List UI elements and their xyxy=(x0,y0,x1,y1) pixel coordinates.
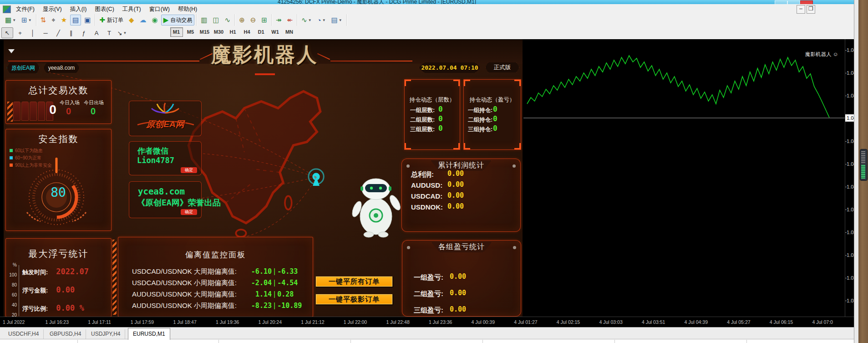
drawdown-row: 浮亏金额:0.00 xyxy=(22,285,75,295)
bar-chart-icon[interactable]: ▥ xyxy=(198,15,209,26)
groups-row: 三组盈亏:0.00 xyxy=(414,306,443,315)
web-community-icon[interactable]: ◉ xyxy=(150,15,160,26)
time-label: 1 Jul 17:11 xyxy=(88,319,111,325)
zoom-in-icon[interactable]: ⊕ xyxy=(237,15,247,26)
time-label: 4 Jul 06:15 xyxy=(770,319,793,325)
time-label: 4 Jul 03:03 xyxy=(599,319,622,325)
time-label: 4 Jul 00:39 xyxy=(472,319,495,325)
new-order-icon[interactable]: ✚新订单 xyxy=(97,15,126,26)
robot-mascot xyxy=(348,176,404,238)
menu-item-W[interactable]: 窗口(W) xyxy=(145,4,174,15)
price-label: 1.04 xyxy=(847,70,854,76)
indicators-icon[interactable]: ∿▼ xyxy=(299,15,314,26)
menu-bar: 文件(F)显示(V)插入(I)图表(C)工具(T)窗口(W)帮助(H) – ❐ xyxy=(0,4,858,15)
line-chart-icon[interactable]: ∿ xyxy=(223,15,233,26)
crosshair-tool-tool-icon[interactable]: + xyxy=(14,27,26,38)
price-label: 1.04 xyxy=(847,93,854,98)
timeframe-MN[interactable]: MN xyxy=(283,27,296,37)
ea-dashboard: 魔影机器人 原创EA网 yeea8.com 2022.07.04 07:10 正… xyxy=(4,40,523,317)
market-watch-icon[interactable]: ▤ xyxy=(70,15,81,26)
auto-scroll-icon[interactable]: ↠ xyxy=(274,15,284,26)
trendline-tool-icon[interactable]: ╱ xyxy=(52,27,64,38)
today-in-value: 0 xyxy=(66,106,71,117)
timeframe-D1[interactable]: D1 xyxy=(255,27,268,37)
close-window-icon[interactable] xyxy=(800,0,813,4)
symbols-icon[interactable]: ⇅ xyxy=(38,15,49,26)
timeframe-M30[interactable]: M30 xyxy=(213,27,225,37)
time-label: 4 Jul 03:51 xyxy=(642,319,665,325)
templates-icon[interactable]: ▤▼ xyxy=(329,15,345,26)
publisher-box: ycea8.com 《原创EA网》荣誉出品 确定 xyxy=(129,181,202,218)
price-label: 1.03 xyxy=(847,298,854,303)
equidistant-channel-tool-icon[interactable]: ∥ xyxy=(65,27,77,38)
price-series xyxy=(527,56,829,118)
maximize-window-icon[interactable] xyxy=(787,0,800,4)
chart-tab-USDJPY-H4[interactable]: USDJPY,H4 xyxy=(86,329,125,339)
price-label: 1.04 xyxy=(847,47,854,53)
menu-item-F[interactable]: 文件(F) xyxy=(12,4,39,15)
favorites-icon[interactable]: ★ xyxy=(59,15,69,26)
arrows-tool-icon[interactable]: ↘▼ xyxy=(116,27,128,38)
close-all-orders-button[interactable]: 一键平所有订单 xyxy=(315,276,393,287)
side-slider[interactable] xyxy=(860,149,868,181)
profiles-icon[interactable]: ⊞▼ xyxy=(19,15,34,26)
periods-icon[interactable]: ◔▼ xyxy=(315,15,328,26)
crosshair-target-icon[interactable]: ⌖ xyxy=(49,15,57,26)
time-label: 4 Jul 07:0 xyxy=(812,319,833,325)
time-label: 4 Jul 02:15 xyxy=(557,319,580,325)
chart-minimize-button[interactable]: – xyxy=(797,5,805,14)
cursor-tool-icon[interactable]: ↖ xyxy=(1,27,13,38)
time-label: 1 Jul 17:59 xyxy=(131,319,154,325)
menu-item-C[interactable]: 图表(C) xyxy=(91,4,118,15)
timeframe-W1[interactable]: W1 xyxy=(269,27,282,37)
profit-row: AUDUSD:0.00 xyxy=(411,181,442,189)
timeframe-M5[interactable]: M5 xyxy=(184,27,197,37)
menu-item-V[interactable]: 显示(V) xyxy=(39,4,66,15)
menu-item-T[interactable]: 工具(T) xyxy=(118,4,145,15)
panel-safety-index: 安全指数 60以下为隐患60~90为正常90以上为非常安全 80 xyxy=(5,129,112,231)
safety-legend-item: 60以下为隐患 xyxy=(10,148,43,154)
trade-bar xyxy=(38,102,45,121)
price-label: 1.03 xyxy=(847,230,854,235)
chart-shift-icon[interactable]: ↞ xyxy=(285,15,295,26)
panel-deco-stripes-2 xyxy=(112,240,117,315)
chart-tab-USDCHF-H4[interactable]: USDCHF,H4 xyxy=(4,329,44,339)
price-label: 1.04 xyxy=(847,138,854,144)
zoom-out-icon[interactable]: ⊖ xyxy=(248,15,259,26)
menu-items: 文件(F)显示(V)插入(I)图表(C)工具(T)窗口(W)帮助(H) xyxy=(12,4,201,15)
time-label: 4 Jul 01:27 xyxy=(514,319,537,325)
author-confirm-button[interactable]: 确定 xyxy=(181,167,197,173)
time-label: 1 Jul 20:24 xyxy=(259,319,282,325)
data-window-icon[interactable]: ▣ xyxy=(82,15,93,26)
text-label-tool-icon[interactable]: T xyxy=(103,27,115,38)
candlesticks-icon[interactable]: ◫ xyxy=(210,15,221,26)
mt4-window: 41254256: DCFX Prime-Demo - 魔影机器人 - DCG … xyxy=(0,0,868,343)
strategy-tester-icon[interactable]: ☁ xyxy=(137,15,149,26)
timeframe-H1[interactable]: H1 xyxy=(227,27,239,37)
tile-windows-icon[interactable]: ⊞ xyxy=(259,15,269,26)
vertical-line-tool-icon[interactable]: │ xyxy=(27,27,39,38)
chart-tab-GBPUSD-H4[interactable]: GBPUSD,H4 xyxy=(45,329,86,339)
timeframe-H4[interactable]: H4 xyxy=(241,27,254,37)
new-chart-icon[interactable]: ▦▼ xyxy=(3,15,18,26)
menu-item-H[interactable]: 帮助(H) xyxy=(174,4,201,15)
logo-text: 原创EA网 xyxy=(129,118,201,130)
timeframe-M15[interactable]: M15 xyxy=(198,27,211,37)
horizontal-line-tool-icon[interactable]: ─ xyxy=(40,27,51,38)
time-axis: 1 Jul 20221 Jul 16:231 Jul 17:111 Jul 17… xyxy=(0,317,854,328)
profit-row: USDCAD:0.00 xyxy=(411,192,442,200)
menu-item-I[interactable]: 插入(I) xyxy=(66,4,91,15)
publisher-confirm-button[interactable]: 确定 xyxy=(181,209,197,215)
chart-tab-EURUSD-M1[interactable]: EURUSD,M1 xyxy=(128,328,170,340)
new-order-label: 新订单 xyxy=(107,16,123,24)
text-tool-icon[interactable]: A xyxy=(91,27,102,38)
timeframe-M1[interactable]: M1 xyxy=(170,27,183,37)
minimize-window-icon[interactable] xyxy=(775,0,787,4)
chart-restore-button[interactable]: ❐ xyxy=(807,5,815,14)
close-ea-orders-button[interactable]: 一键平极影订单 xyxy=(315,294,393,305)
drawing-toolbar: ↖+│─╱∥ƒAT↘▼ M1M5M15M30H1H4D1W1MN xyxy=(0,26,858,40)
metaeditor-icon[interactable]: ◆ xyxy=(127,15,137,26)
autotrading-icon[interactable]: ▶自动交易 xyxy=(161,15,195,26)
trade-bar xyxy=(21,102,29,121)
fibonacci-tool-icon[interactable]: ƒ xyxy=(78,27,90,38)
